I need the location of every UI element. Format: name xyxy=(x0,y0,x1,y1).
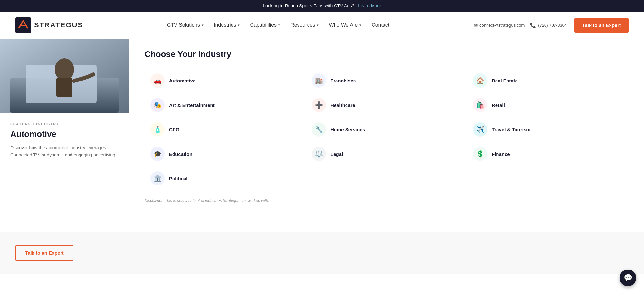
chevron-down-icon: ▾ xyxy=(359,23,361,27)
banner-link[interactable]: Learn More xyxy=(358,3,381,8)
logo-text: STRATEGUS xyxy=(34,21,83,29)
legal-label: Legal xyxy=(330,151,343,157)
main-content: FEATURED INDUSTRY Automotive Discover ho… xyxy=(0,39,644,232)
industry-grid-panel: Choose Your Industry 🚗 Automotive 🏬 Fran… xyxy=(129,39,644,232)
finance-icon: 💲 xyxy=(473,147,487,161)
franchises-label: Franchises xyxy=(330,78,356,83)
banner-text: Looking to Reach Sports Fans with CTV Ad… xyxy=(263,3,354,8)
industry-item-finance[interactable]: 💲 Finance xyxy=(467,142,629,166)
featured-info: FEATURED INDUSTRY Automotive Discover ho… xyxy=(0,113,129,168)
chevron-down-icon: ▾ xyxy=(202,23,204,27)
chevron-down-icon: ▾ xyxy=(278,23,280,27)
contact-info: ✉ connect@strategus.com 📞 (720) 707-3304 xyxy=(473,22,567,28)
cpg-icon: 🧴 xyxy=(150,122,165,137)
header-right: ✉ connect@strategus.com 📞 (720) 707-3304… xyxy=(473,18,629,33)
nav-who-we-are[interactable]: Who We Are ▾ xyxy=(329,22,362,28)
nav-resources[interactable]: Resources ▾ xyxy=(290,22,318,28)
industry-item-travel-tourism[interactable]: ✈️ Travel & Tourism xyxy=(467,117,629,142)
home-services-icon: 🔧 xyxy=(312,122,326,137)
automotive-icon: 🚗 xyxy=(150,73,165,88)
industry-item-healthcare[interactable]: ➕ Healthcare xyxy=(306,93,467,117)
travel-tourism-label: Travel & Tourism xyxy=(492,127,531,132)
home-services-label: Home Services xyxy=(330,127,365,132)
phone-contact[interactable]: 📞 (720) 707-3304 xyxy=(530,22,567,28)
car-illustration xyxy=(0,39,129,113)
industry-item-home-services[interactable]: 🔧 Home Services xyxy=(306,117,467,142)
bottom-cta-section: Talk to an Expert xyxy=(0,232,644,274)
industry-item-real-estate[interactable]: 🏠 Real Estate xyxy=(467,68,629,93)
real-estate-icon: 🏠 xyxy=(473,73,487,88)
phone-icon: 📞 xyxy=(530,22,536,28)
retail-label: Retail xyxy=(492,102,505,108)
political-label: Political xyxy=(169,176,188,181)
education-label: Education xyxy=(169,151,193,157)
svg-point-4 xyxy=(55,58,74,81)
healthcare-label: Healthcare xyxy=(330,102,355,108)
featured-title: Automotive xyxy=(10,129,118,139)
choose-industry-title: Choose Your Industry xyxy=(145,49,629,59)
automotive-label: Automotive xyxy=(169,78,196,83)
featured-description: Discover how the automotive industry lev… xyxy=(10,144,118,159)
header-cta-button[interactable]: Talk to an Expert xyxy=(574,18,629,33)
featured-label: FEATURED INDUSTRY xyxy=(10,122,118,126)
franchises-icon: 🏬 xyxy=(312,73,326,88)
cpg-label: CPG xyxy=(169,127,180,132)
chevron-down-icon: ▾ xyxy=(238,23,240,27)
industry-item-art-entertainment[interactable]: 🎭 Art & Entertainment xyxy=(145,93,306,117)
phone-text: (720) 707-3304 xyxy=(538,23,567,28)
healthcare-icon: ➕ xyxy=(312,98,326,112)
logo-area: STRATEGUS xyxy=(15,17,83,33)
main-nav: CTV Solutions ▾ Industries ▾ Capabilitie… xyxy=(167,22,390,28)
svg-rect-0 xyxy=(15,17,31,33)
bottom-cta-button[interactable]: Talk to an Expert xyxy=(15,245,73,261)
political-icon: 🏛️ xyxy=(150,171,165,185)
email-contact[interactable]: ✉ connect@strategus.com xyxy=(473,22,525,28)
education-icon: 🎓 xyxy=(150,147,165,161)
industry-item-automotive[interactable]: 🚗 Automotive xyxy=(145,68,306,93)
featured-industry-panel: FEATURED INDUSTRY Automotive Discover ho… xyxy=(0,39,129,232)
nav-capabilities[interactable]: Capabilities ▾ xyxy=(250,22,280,28)
chevron-down-icon: ▾ xyxy=(317,23,319,27)
nav-ctv-solutions[interactable]: CTV Solutions ▾ xyxy=(167,22,204,28)
industry-grid: 🚗 Automotive 🏬 Franchises 🏠 Real Estate … xyxy=(145,68,629,191)
disclaimer-text: Disclaimer: This is only a subset of ind… xyxy=(145,198,629,203)
nav-industries[interactable]: Industries ▾ xyxy=(214,22,240,28)
industry-item-legal[interactable]: ⚖️ Legal xyxy=(306,142,467,166)
art-entertainment-icon: 🎭 xyxy=(150,98,165,112)
logo-icon xyxy=(15,17,31,33)
svg-rect-5 xyxy=(56,78,72,97)
industry-item-political[interactable]: 🏛️ Political xyxy=(145,166,306,191)
industry-item-education[interactable]: 🎓 Education xyxy=(145,142,306,166)
real-estate-label: Real Estate xyxy=(492,78,518,83)
art-entertainment-label: Art & Entertainment xyxy=(169,102,215,108)
nav-contact[interactable]: Contact xyxy=(372,22,389,28)
travel-tourism-icon: ✈️ xyxy=(473,122,487,137)
header: STRATEGUS CTV Solutions ▾ Industries ▾ C… xyxy=(0,12,644,39)
top-banner: Looking to Reach Sports Fans with CTV Ad… xyxy=(0,0,644,12)
finance-label: Finance xyxy=(492,151,510,157)
retail-icon: 🛍️ xyxy=(473,98,487,112)
industry-item-cpg[interactable]: 🧴 CPG xyxy=(145,117,306,142)
industry-item-franchises[interactable]: 🏬 Franchises xyxy=(306,68,467,93)
legal-icon: ⚖️ xyxy=(312,147,326,161)
email-text: connect@strategus.com xyxy=(479,23,525,28)
car-scene-svg xyxy=(0,39,129,113)
featured-image xyxy=(0,39,129,113)
industry-item-retail[interactable]: 🛍️ Retail xyxy=(467,93,629,117)
email-icon: ✉ xyxy=(473,22,478,28)
